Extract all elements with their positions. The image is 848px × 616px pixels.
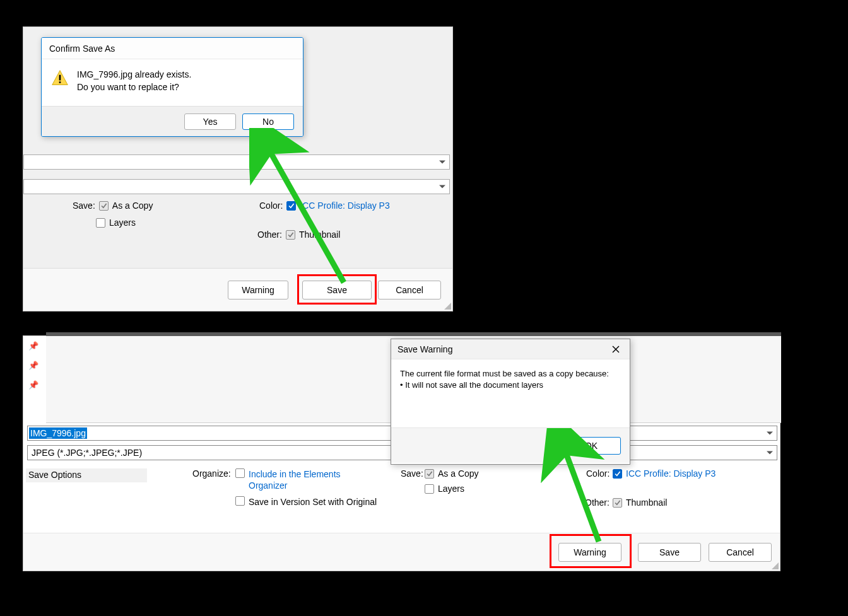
save-label: Save: — [73, 200, 95, 211]
save-as-panel-top: Save: As a Copy Layers Color: ICC Profil… — [23, 26, 453, 311]
organize-label: Organize: — [192, 468, 231, 479]
warning-line-2: • It will not save all the document laye… — [400, 380, 621, 391]
checkbox-include-organizer[interactable] — [235, 468, 245, 478]
resize-grip-icon[interactable] — [444, 302, 451, 310]
thumbnail-label: Thumbnail — [299, 230, 340, 240]
save-button[interactable]: Save — [638, 543, 701, 562]
warning-button[interactable]: Warning — [558, 543, 621, 562]
pin-icon[interactable]: 📌 — [28, 361, 38, 370]
as-a-copy-label: As a Copy — [438, 468, 479, 479]
chevron-down-icon — [439, 185, 445, 189]
checkbox-layers[interactable] — [96, 218, 105, 228]
dialog-title: Save Warning — [398, 344, 452, 354]
dialog-message: IMG_7996.jpg already exists. Do you want… — [77, 68, 191, 106]
close-button[interactable] — [608, 342, 623, 357]
checkbox-icc-profile[interactable] — [613, 469, 622, 479]
checkbox-as-a-copy[interactable] — [425, 469, 434, 479]
svg-rect-1 — [59, 81, 61, 83]
save-label: Save: — [401, 468, 423, 479]
footer: Warning Save Cancel — [23, 268, 452, 311]
layers-label: Layers — [438, 484, 464, 494]
warning-line-1: The current file format must be saved as… — [400, 368, 621, 380]
icc-profile-label: ICC Profile: Display P3 — [626, 468, 716, 479]
as-a-copy-label: As a Copy — [112, 200, 153, 211]
checkbox-icc-profile[interactable] — [286, 201, 296, 211]
no-button[interactable]: No — [242, 113, 294, 130]
checkbox-thumbnail[interactable] — [613, 498, 622, 508]
thumbnail-label: Thumbnail — [626, 497, 667, 508]
svg-rect-0 — [59, 75, 61, 81]
color-label: Color: — [259, 200, 283, 211]
cancel-button[interactable]: Cancel — [378, 281, 441, 299]
resize-grip-icon[interactable] — [771, 562, 779, 569]
version-set-label: Save in Version Set with Original — [249, 496, 377, 508]
yes-button[interactable]: Yes — [184, 113, 236, 130]
filename-value: IMG_7996.jpg — [29, 427, 87, 439]
layers-label: Layers — [109, 218, 136, 228]
warning-button[interactable]: Warning — [228, 281, 288, 299]
checkbox-layers[interactable] — [425, 484, 434, 494]
checkbox-version-set[interactable] — [235, 496, 245, 506]
dropdown-1[interactable] — [23, 154, 450, 170]
save-button[interactable]: Save — [302, 281, 372, 299]
footer: Warning Save Cancel — [23, 533, 780, 571]
icc-profile-label: ICC Profile: Display P3 — [300, 200, 389, 211]
pin-column: 📌 📌 📌 — [26, 336, 41, 412]
pin-icon[interactable]: 📌 — [28, 341, 38, 351]
close-icon — [612, 346, 620, 353]
save-options-header: Save Options — [26, 468, 147, 482]
dropdown-2[interactable] — [23, 179, 450, 194]
color-label: Color: — [586, 468, 610, 479]
chevron-down-icon — [439, 161, 445, 164]
msg-line-1: IMG_7996.jpg already exists. — [77, 68, 191, 81]
chevron-down-icon — [767, 451, 773, 455]
chevron-down-icon — [767, 432, 773, 435]
other-label: Other: — [585, 497, 610, 508]
msg-line-2: Do you want to replace it? — [77, 81, 191, 93]
filetype-value: JPEG (*.JPG;*.JPEG;*.JPE) — [32, 448, 142, 458]
pin-icon[interactable]: 📌 — [28, 380, 38, 390]
checkbox-thumbnail[interactable] — [286, 230, 295, 240]
include-organizer-label: Include in the Elements Organizer — [249, 468, 380, 491]
save-as-panel-bottom: 📌 📌 📌 IMG_7996.jpg JPEG (*.JPG;*.JPEG;*.… — [23, 335, 780, 571]
save-warning-dialog: Save Warning The current file format mus… — [391, 339, 630, 465]
checkbox-as-a-copy[interactable] — [99, 201, 109, 211]
cancel-button[interactable]: Cancel — [709, 543, 772, 562]
other-label: Other: — [257, 230, 282, 240]
warning-triangle-icon — [50, 69, 69, 87]
dialog-title: Confirm Save As — [42, 38, 303, 59]
ok-button[interactable]: OK — [562, 437, 621, 455]
confirm-save-as-dialog: Confirm Save As IMG_7996.jpg already exi… — [41, 37, 303, 137]
